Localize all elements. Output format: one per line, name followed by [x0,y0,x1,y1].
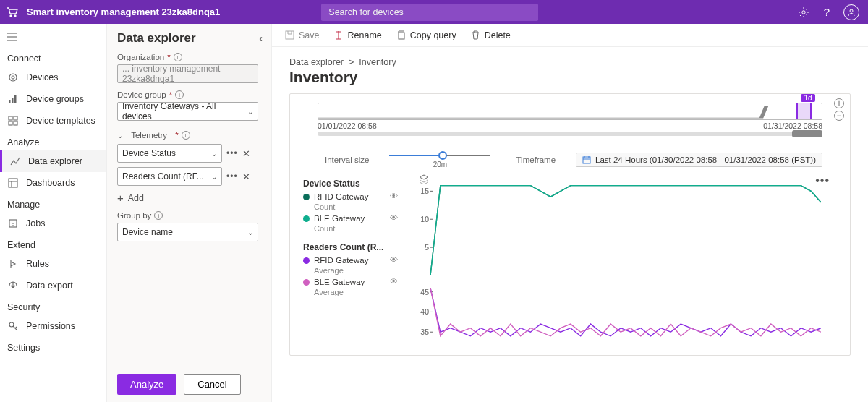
sidebar-section-analyze: Analyze [0,132,106,150]
info-icon[interactable]: i [154,211,163,220]
svg-point-4 [9,74,17,81]
timeframe-picker[interactable]: Last 24 Hours (01/30/2022 08:58 - 01/31/… [576,153,822,167]
dg-label: Device group * i [117,90,263,99]
copy-button[interactable]: Copy query [396,30,456,40]
telemetry-select-2[interactable]: Readers Count (RF...⌄ [117,167,222,186]
tel-label: ⌄ Telemetry * i [117,131,263,140]
sidebar-item-data-export[interactable]: Data export [0,275,106,296]
svg-point-5 [12,76,14,79]
breadcrumb-leaf: Inventory [359,57,396,67]
add-telemetry-button[interactable]: +Add [117,192,263,204]
interval-slider[interactable] [389,150,490,161]
sidebar-section-extend: Extend [0,234,106,253]
rules-icon [7,258,19,270]
timeline-start: 01/01/2022 08:58 [318,121,377,130]
breadcrumb-root[interactable]: Data explorer [289,57,344,67]
topbar-actions: ? [797,4,868,20]
jobs-icon [7,218,19,229]
timeline-selection[interactable] [796,103,812,119]
timeline-end: 01/31/2022 08:58 [763,121,822,130]
sidebar-item-device-templates[interactable]: Device templates [0,110,106,132]
avatar[interactable] [843,4,859,20]
sidebar-item-permissions[interactable]: Permissions [0,315,106,337]
content-pane: Save Rename Copy query Delete Data explo… [272,24,868,402]
svg-rect-12 [14,121,17,125]
chart-device-status: 51015 [412,174,830,275]
explorer-icon [9,155,21,167]
svg-point-1 [14,15,16,17]
analyze-button[interactable]: Analyze [117,374,176,395]
legend-item[interactable]: RFID GatewayAverage 👁 [303,255,398,275]
zoom-controls[interactable]: + − [834,98,844,121]
info-icon[interactable]: i [174,53,182,61]
save-button[interactable]: Save [285,30,320,40]
rename-button[interactable]: Rename [334,30,382,40]
svg-point-2 [802,10,805,13]
chart-card: + − 1d 01/01/2022 08:58 01/31/2022 08:58… [289,93,851,356]
zoom-out-icon[interactable]: − [834,111,844,121]
chevron-down-icon: ⌄ [247,228,253,236]
search-placeholder: Search for devices [328,7,404,17]
sidebar-item-rules[interactable]: Rules [0,253,106,275]
search-input[interactable]: Search for devices [321,4,538,21]
sidebar-section-security: Security [0,296,106,315]
sidebar-item-jobs[interactable]: Jobs [0,213,106,234]
help-icon[interactable]: ? [820,6,833,19]
chart-readers-count: 354045 [412,280,830,352]
breadcrumb: Data explorer > Inventory [272,47,868,67]
sidebar-section-manage: Manage [0,194,106,213]
export-icon [7,280,19,291]
dg-select[interactable]: Inventory Gateways - All devices⌄ [117,102,258,121]
svg-rect-10 [14,116,17,120]
page-title: Inventory [272,67,868,93]
legend-item[interactable]: RFID GatewayCount 👁 [303,192,398,212]
sidebar-item-device-groups[interactable]: Device groups [0,88,106,110]
remove-icon[interactable]: ✕ [242,148,250,159]
info-icon[interactable]: i [175,90,184,99]
eye-icon[interactable]: 👁 [390,277,398,286]
more-icon[interactable]: ••• [226,148,238,158]
zoom-in-icon[interactable]: + [834,98,844,108]
svg-rect-17 [399,33,404,39]
legend-item[interactable]: BLE GatewayCount 👁 [303,213,398,234]
eye-icon[interactable]: 👁 [390,213,398,222]
eye-icon[interactable]: 👁 [390,255,398,264]
timeline-scrollbar[interactable] [318,132,822,136]
org-select[interactable]: ... inventory management 23zka8dnqa1 [117,64,258,83]
collapse-icon[interactable]: ‹ [259,33,263,44]
key-icon [7,320,19,332]
eye-icon[interactable]: 👁 [390,192,398,200]
legend-item[interactable]: BLE GatewayAverage 👁 [303,277,398,297]
info-icon[interactable]: i [182,131,190,140]
cancel-button[interactable]: Cancel [184,374,240,395]
timeline-badge: 1d [801,94,814,102]
sidebar-section-settings: Settings [0,337,106,356]
timeframe-label: Timeframe [516,155,556,164]
explorer-title: Data explorer ‹ [117,31,263,46]
org-label: Organization * i [117,53,263,61]
chevron-down-icon: ⌄ [211,150,217,158]
explorer-panel: Data explorer ‹ Organization * i ... inv… [107,24,272,402]
remove-icon[interactable]: ✕ [242,171,250,182]
sidebar-item-data-explorer[interactable]: Data explorer [0,150,106,172]
more-icon[interactable]: ••• [226,171,238,181]
gear-icon[interactable] [797,6,810,19]
svg-point-3 [850,9,853,12]
sidebar-item-dashboards[interactable]: Dashboards [0,172,106,194]
svg-rect-7 [12,98,14,103]
sidebar-item-devices[interactable]: Devices [0,67,106,88]
group-label: Group by i [117,211,263,220]
hamburger-icon[interactable] [0,28,106,48]
timeline[interactable]: 1d 01/01/2022 08:58 01/31/2022 08:58 [318,103,822,146]
svg-rect-11 [9,121,12,125]
svg-rect-16 [286,31,294,39]
app-title: Smart inventory management 23zka8dnqa1 [24,7,220,17]
telemetry-select-1[interactable]: Device Status⌄ [117,144,222,163]
svg-rect-6 [9,100,11,103]
delete-button[interactable]: Delete [471,30,511,40]
interval-value: 20m [433,161,447,168]
svg-rect-13 [9,179,17,187]
sidebar: Connect Devices Device groups Device tem… [0,24,107,402]
groupby-select[interactable]: Device name⌄ [117,223,258,241]
chevron-down-icon: ⌄ [247,108,253,116]
